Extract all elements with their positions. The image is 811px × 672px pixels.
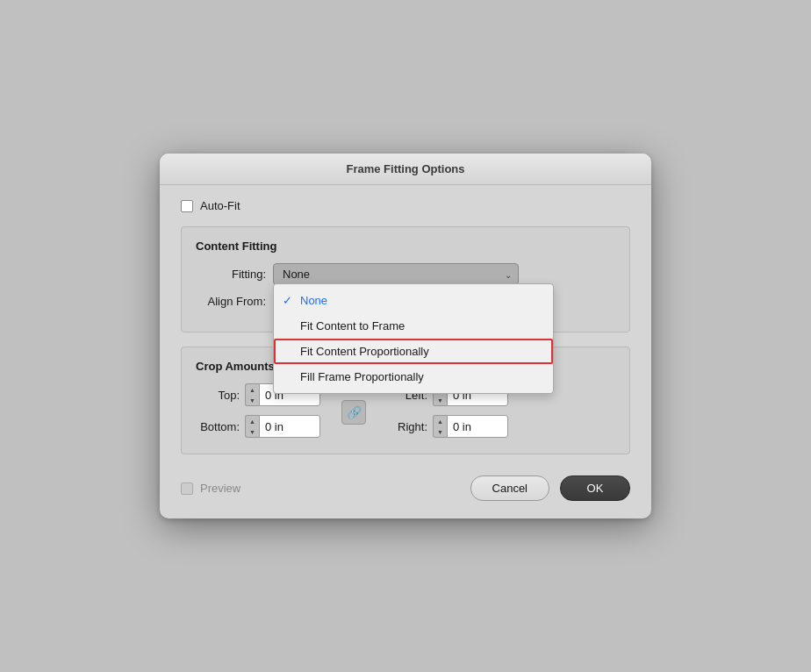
crop-bottom-label: Bottom:	[196, 420, 240, 433]
dropdown-item-fill-frame-proportionally-label: Fill Frame Proportionally	[300, 370, 424, 383]
ok-button[interactable]: OK	[560, 475, 630, 501]
cancel-button[interactable]: Cancel	[470, 475, 549, 501]
dialog-title: Frame Fitting Options	[346, 162, 464, 175]
crop-right-spinner: ▲ ▼	[433, 415, 508, 438]
dialog-titlebar: Frame Fitting Options	[160, 154, 651, 185]
crop-bottom-spinner: ▲ ▼	[245, 415, 320, 438]
preview-label: Preview	[200, 482, 240, 495]
dialog-body: Auto-Fit Content Fitting Fitting: None ⌄…	[160, 185, 651, 454]
fitting-dropdown-menu: None Fit Content to Frame Fit Content Pr…	[273, 283, 554, 394]
button-row: Cancel OK	[470, 475, 630, 501]
crop-bottom-spinner-arrows[interactable]: ▲ ▼	[245, 415, 259, 438]
crop-left-spinner-down[interactable]: ▼	[434, 395, 447, 405]
crop-bottom-input[interactable]	[259, 415, 320, 438]
fitting-label: Fitting:	[196, 268, 266, 281]
dropdown-item-fit-content-to-frame[interactable]: Fit Content to Frame	[274, 313, 553, 339]
fitting-select-button[interactable]: None	[273, 263, 519, 285]
align-from-label: Align From:	[196, 295, 266, 308]
crop-top-label: Top:	[196, 389, 240, 402]
content-fitting-label: Content Fitting	[196, 239, 615, 253]
dropdown-item-fill-frame-proportionally[interactable]: Fill Frame Proportionally	[274, 364, 553, 390]
link-button[interactable]: 🔗	[341, 400, 366, 425]
crop-right-spinner-up[interactable]: ▲	[434, 416, 447, 426]
dropdown-item-none-label: None	[300, 294, 327, 307]
crop-top-spinner-arrows[interactable]: ▲ ▼	[245, 383, 259, 406]
dialog-footer: Preview Cancel OK	[160, 468, 651, 501]
crop-right-label: Right:	[384, 420, 427, 433]
auto-fit-label: Auto-Fit	[200, 199, 240, 212]
dropdown-item-fit-content-proportionally-label: Fit Content Proportionally	[300, 345, 429, 358]
preview-checkbox[interactable]	[181, 483, 193, 495]
dropdown-item-none[interactable]: None	[274, 288, 553, 313]
crop-right-field: Right: ▲ ▼	[384, 415, 508, 438]
crop-right-spinner-arrows[interactable]: ▲ ▼	[433, 415, 447, 438]
frame-fitting-options-dialog: Frame Fitting Options Auto-Fit Content F…	[160, 154, 651, 518]
fitting-select-wrapper: None ⌄ None Fit Content to Frame Fit Con…	[273, 263, 519, 285]
dropdown-item-fit-content-to-frame-label: Fit Content to Frame	[300, 319, 405, 332]
auto-fit-row: Auto-Fit	[181, 199, 630, 212]
crop-bottom-spinner-down[interactable]: ▼	[246, 426, 259, 437]
crop-right-spinner-down[interactable]: ▼	[434, 426, 447, 437]
crop-bottom-field: Bottom: ▲ ▼	[196, 415, 320, 438]
link-icon: 🔗	[347, 405, 362, 419]
auto-fit-checkbox[interactable]	[181, 200, 193, 212]
crop-right-input[interactable]	[447, 415, 508, 438]
preview-row: Preview	[181, 482, 240, 495]
fitting-selected-value: None	[283, 268, 310, 281]
crop-top-spinner-up[interactable]: ▲	[246, 384, 259, 395]
crop-top-spinner-down[interactable]: ▼	[246, 395, 259, 405]
dropdown-item-fit-content-proportionally[interactable]: Fit Content Proportionally	[274, 339, 553, 364]
content-fitting-section: Content Fitting Fitting: None ⌄ None	[181, 226, 630, 332]
fitting-field-row: Fitting: None ⌄ None Fit Content to Fram…	[196, 263, 615, 285]
crop-bottom-spinner-up[interactable]: ▲	[246, 416, 259, 426]
